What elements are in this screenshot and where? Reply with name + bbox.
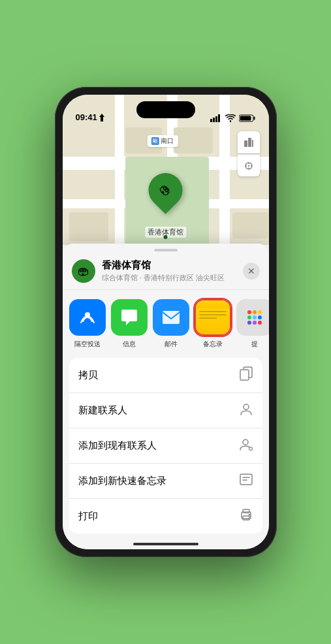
station-label: 站 南口	[147, 135, 178, 147]
more-icon	[236, 299, 269, 336]
place-name: 香港体育馆	[102, 259, 236, 272]
svg-marker-12	[248, 164, 249, 167]
svg-point-18	[243, 440, 248, 445]
share-item-more[interactable]: 提	[236, 299, 269, 349]
copy-icon	[239, 366, 253, 384]
close-button[interactable]: ✕	[243, 263, 260, 280]
wifi-icon	[225, 114, 236, 122]
more-label: 提	[251, 340, 258, 349]
airdrop-icon	[69, 299, 106, 336]
copy-label: 拷贝	[78, 369, 98, 381]
share-item-notes[interactable]: 备忘录	[195, 299, 231, 349]
new-contact-icon	[239, 402, 253, 419]
home-indicator	[133, 543, 198, 545]
time-label: 09:41	[76, 112, 97, 122]
sheet-header: 🏟 香港体育馆 综合体育馆 · 香港特别行政区 油尖旺区 ✕	[63, 254, 269, 290]
mail-icon	[153, 299, 189, 336]
phone-screen: 09:41	[63, 95, 269, 549]
share-row: 隔空投送 信息	[63, 290, 269, 355]
notes-icon-wrap	[195, 299, 231, 336]
mail-label: 邮件	[165, 340, 178, 349]
location-pin: 🏟 香港体育馆	[145, 173, 186, 238]
pin-stadium-icon: 🏟	[157, 181, 175, 199]
svg-rect-10	[252, 140, 253, 147]
sheet-handle	[154, 249, 178, 251]
svg-marker-0	[99, 114, 104, 121]
svg-rect-16	[240, 370, 249, 380]
pin-dot	[164, 235, 168, 239]
messages-icon	[111, 299, 148, 336]
share-item-mail[interactable]: 邮件	[153, 299, 189, 349]
place-info: 香港体育馆 综合体育馆 · 香港特别行政区 油尖旺区	[102, 259, 236, 283]
svg-rect-4	[218, 114, 220, 122]
compass-icon	[244, 161, 254, 171]
add-existing-label: 添加到现有联系人	[78, 440, 157, 452]
status-time: 09:41	[76, 112, 105, 122]
svg-rect-1	[210, 119, 212, 122]
map-type-button[interactable]	[238, 131, 260, 153]
notes-label: 备忘录	[203, 340, 223, 349]
map-button-group	[238, 131, 260, 176]
svg-rect-14	[163, 311, 180, 324]
action-quick-note[interactable]: 添加到新快速备忘录	[69, 464, 262, 499]
quick-note-icon	[239, 472, 253, 490]
dynamic-island	[136, 101, 195, 118]
place-icon: 🏟	[72, 259, 95, 283]
svg-rect-7	[240, 116, 251, 121]
action-add-existing[interactable]: 添加到现有联系人	[69, 428, 262, 464]
svg-rect-9	[248, 138, 251, 147]
svg-point-17	[244, 404, 249, 410]
map-type-icon	[244, 137, 254, 148]
svg-rect-3	[215, 116, 217, 122]
action-copy[interactable]: 拷贝	[69, 358, 262, 393]
messages-label: 信息	[123, 340, 136, 349]
action-new-contact[interactable]: 新建联系人	[69, 393, 262, 428]
svg-rect-8	[244, 140, 247, 147]
phone-frame: 09:41	[55, 87, 277, 557]
status-icons	[210, 114, 256, 122]
location-button[interactable]	[238, 154, 260, 176]
battery-icon	[239, 114, 256, 122]
action-print[interactable]: 打印	[69, 499, 262, 534]
new-contact-label: 新建联系人	[78, 404, 127, 417]
add-existing-icon	[239, 437, 253, 455]
bottom-sheet: 🏟 香港体育馆 综合体育馆 · 香港特别行政区 油尖旺区 ✕	[63, 244, 269, 549]
location-icon	[99, 114, 105, 121]
share-item-messages[interactable]: 信息	[111, 299, 148, 349]
svg-rect-22	[243, 509, 249, 513]
print-label: 打印	[78, 510, 98, 523]
svg-rect-2	[213, 118, 215, 122]
svg-point-24	[248, 514, 250, 516]
svg-rect-23	[243, 516, 249, 520]
pin-icon: 🏟	[142, 166, 190, 214]
place-subtitle: 综合体育馆 · 香港特别行政区 油尖旺区	[102, 273, 236, 283]
quick-note-label: 添加到新快速备忘录	[78, 475, 166, 487]
svg-rect-6	[253, 117, 255, 120]
share-item-airdrop[interactable]: 隔空投送	[69, 299, 106, 349]
print-icon	[239, 507, 253, 525]
station-name: 南口	[161, 137, 174, 146]
airdrop-label: 隔空投送	[74, 340, 101, 349]
signal-icon	[210, 114, 222, 122]
action-list: 拷贝 新建联系人	[69, 358, 262, 534]
svg-rect-20	[240, 474, 252, 485]
